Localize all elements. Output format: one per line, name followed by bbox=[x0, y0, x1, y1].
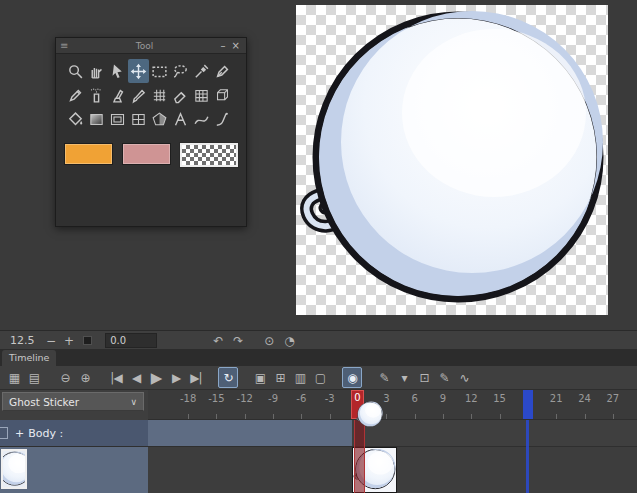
frame-label: 27 bbox=[603, 393, 623, 404]
lasso-icon bbox=[172, 63, 189, 80]
sub-color-swatch[interactable] bbox=[122, 143, 171, 165]
timeline-track-area: 0 -18-15-12-9-6-33691215212427 bbox=[148, 390, 637, 493]
decoration-tool[interactable] bbox=[149, 83, 170, 107]
close-icon[interactable]: × bbox=[232, 40, 240, 51]
loop-button[interactable]: ↻ bbox=[218, 367, 238, 388]
ruler-tick bbox=[556, 414, 557, 419]
playhead-line[interactable] bbox=[354, 420, 365, 493]
skip-end-button[interactable]: ▶| bbox=[187, 368, 205, 387]
track-row-cels[interactable] bbox=[148, 447, 637, 493]
frame-label: 12 bbox=[461, 393, 481, 404]
onion-skin-thumbnail bbox=[356, 401, 383, 428]
new-folder-cel-button[interactable]: ⊞ bbox=[271, 368, 289, 387]
zoom-tool[interactable] bbox=[65, 59, 86, 83]
mixer-icon bbox=[214, 111, 231, 128]
move-layer-tool[interactable] bbox=[128, 59, 149, 83]
curve-editor-button[interactable]: ∿ bbox=[455, 368, 473, 387]
zoom-out-button[interactable]: − bbox=[46, 334, 56, 348]
figure-tool[interactable] bbox=[149, 107, 170, 131]
rotation-value[interactable]: 0.0 bbox=[105, 333, 157, 348]
operation-tool[interactable] bbox=[107, 59, 128, 83]
transparent-color-swatch[interactable] bbox=[180, 143, 238, 167]
next-frame-button[interactable]: ▶ bbox=[167, 368, 185, 387]
pen-tool[interactable] bbox=[212, 59, 233, 83]
airbrush-tool[interactable] bbox=[86, 83, 107, 107]
frame-label: -18 bbox=[178, 393, 198, 404]
timeline-panel: Ghost Sticker ∨ + Body : 0 -18- bbox=[0, 390, 637, 493]
frame-border-tool[interactable] bbox=[107, 107, 128, 131]
marker-icon bbox=[109, 87, 126, 104]
frame-label: -3 bbox=[320, 393, 340, 404]
canvas[interactable] bbox=[296, 5, 608, 315]
track-label-body[interactable]: + Body : bbox=[0, 420, 148, 447]
frame-marker[interactable] bbox=[523, 390, 533, 419]
zoom-in-icon[interactable]: ⊕ bbox=[76, 368, 94, 387]
ruler-tick bbox=[613, 414, 614, 419]
redo-icon[interactable]: ↷ bbox=[233, 334, 243, 348]
main-color-swatch[interactable] bbox=[64, 143, 113, 165]
ruler-tick bbox=[301, 414, 302, 419]
brush-tool[interactable] bbox=[128, 83, 149, 107]
track-selector-value: Ghost Sticker bbox=[9, 396, 130, 408]
edit-dropdown-icon[interactable]: ▾ bbox=[395, 368, 413, 387]
correction-tool[interactable] bbox=[212, 107, 233, 131]
gradient-tool[interactable] bbox=[86, 107, 107, 131]
undo-icon[interactable]: ↶ bbox=[213, 334, 223, 348]
prev-frame-button[interactable]: ◀ bbox=[127, 368, 145, 387]
panel-tool[interactable] bbox=[128, 107, 149, 131]
track-expand-label[interactable]: + bbox=[15, 427, 24, 440]
fill-tool[interactable] bbox=[65, 107, 86, 131]
auto-select-tool[interactable] bbox=[170, 59, 191, 83]
track-row-body[interactable] bbox=[148, 420, 637, 447]
skip-start-button[interactable]: |◀ bbox=[107, 368, 125, 387]
palette-menu-icon[interactable]: ≡ bbox=[60, 40, 68, 51]
mesh-icon bbox=[151, 87, 168, 104]
play-button[interactable]: ▶ bbox=[147, 368, 165, 387]
onion-skin-button[interactable]: ◉ bbox=[342, 367, 362, 388]
timeline-list-icon[interactable]: ▦ bbox=[5, 368, 23, 387]
cel-thumbnail-selected[interactable] bbox=[1, 449, 27, 489]
new-cel-button[interactable]: ▣ bbox=[251, 368, 269, 387]
marker-line bbox=[526, 420, 529, 493]
airbrush-icon bbox=[88, 87, 105, 104]
frame-ruler[interactable]: 0 -18-15-12-9-6-33691215212427 bbox=[148, 390, 637, 420]
material-3d-tool[interactable] bbox=[212, 83, 233, 107]
clock-icon[interactable]: ⊙ bbox=[264, 334, 274, 348]
frame-label: -9 bbox=[263, 393, 283, 404]
palette-titlebar[interactable]: ≡ Tool – × bbox=[56, 38, 246, 54]
frame-label: 24 bbox=[575, 393, 595, 404]
track-label-text: Body : bbox=[28, 427, 63, 440]
curve-icon bbox=[193, 111, 210, 128]
eyedropper-tool[interactable] bbox=[191, 59, 212, 83]
zoom-reset-button[interactable] bbox=[83, 336, 92, 345]
tool-palette: ≡ Tool – × bbox=[55, 37, 247, 227]
track-body-active-region bbox=[148, 420, 352, 446]
marquee-select-tool[interactable] bbox=[149, 59, 170, 83]
draw-cel-button[interactable]: ✎ bbox=[435, 368, 453, 387]
copy-cel-button[interactable]: ⊡ bbox=[415, 368, 433, 387]
ruler-tick bbox=[500, 414, 501, 419]
edit-timeline-button[interactable]: ✎ bbox=[375, 368, 393, 387]
frame-label: -6 bbox=[291, 393, 311, 404]
marker-tool[interactable] bbox=[107, 83, 128, 107]
tone-tool[interactable] bbox=[191, 83, 212, 107]
time-icon[interactable]: ◔ bbox=[284, 334, 294, 348]
eraser-tool[interactable] bbox=[170, 83, 191, 107]
curve-tool[interactable] bbox=[191, 107, 212, 131]
tab-timeline[interactable]: Timeline bbox=[2, 350, 56, 366]
hatch-icon bbox=[193, 87, 210, 104]
specify-cel-button[interactable]: ▥ bbox=[291, 368, 309, 387]
pencil-tool[interactable] bbox=[65, 83, 86, 107]
ruler-tick bbox=[273, 414, 274, 419]
zoom-out-icon[interactable]: ⊖ bbox=[56, 368, 74, 387]
minimize-icon[interactable]: – bbox=[221, 40, 226, 51]
hand-tool[interactable] bbox=[86, 59, 107, 83]
frame-label: 9 bbox=[433, 393, 453, 404]
delete-cel-button[interactable]: ▢ bbox=[311, 368, 329, 387]
zoom-in-button[interactable]: + bbox=[64, 334, 74, 348]
hand-icon bbox=[88, 63, 105, 80]
palette-title: Tool bbox=[68, 41, 220, 51]
timeline-panel-icon[interactable]: ▤ bbox=[25, 368, 43, 387]
text-tool[interactable] bbox=[170, 107, 191, 131]
timeline-track-selector[interactable]: Ghost Sticker ∨ bbox=[2, 392, 144, 411]
